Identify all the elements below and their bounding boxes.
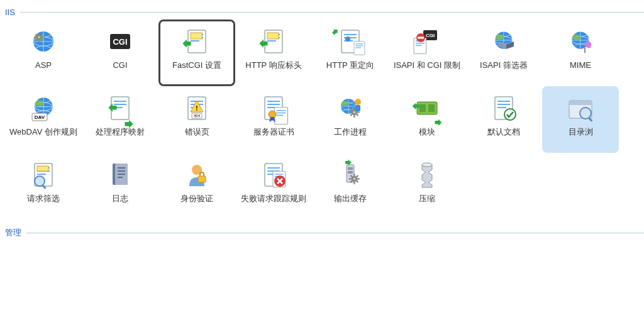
- handler-icon: [105, 93, 135, 123]
- icon-label: 处理程序映射: [96, 127, 145, 148]
- feature-server-cert[interactable]: 服务器证书: [235, 86, 312, 153]
- feature-dir-browse[interactable]: 目录浏: [542, 86, 619, 153]
- icon-label: 默认文档: [487, 127, 520, 148]
- cache-icon: [335, 160, 365, 190]
- webdav-icon: DAV: [28, 93, 58, 123]
- icon-label: 输出缓存: [334, 194, 367, 215]
- icon-label: HTTP 重定向: [326, 60, 374, 82]
- svg-rect-26: [584, 48, 586, 53]
- svg-point-21: [345, 36, 350, 42]
- feature-error-pages[interactable]: !404错误页: [158, 86, 235, 153]
- feature-cgi[interactable]: CGICGI: [82, 19, 158, 86]
- svg-rect-53: [198, 176, 206, 182]
- icon-label: 服务器证书: [253, 127, 294, 148]
- feature-failed-request[interactable]: 失败请求跟踪规则: [235, 153, 312, 219]
- group-title: 管理: [5, 227, 21, 238]
- icon-label: 模块: [419, 127, 435, 148]
- group-header-IIS: IIS: [5, 8, 644, 17]
- dirbrowse-icon: [565, 93, 596, 123]
- svg-rect-34: [355, 105, 360, 111]
- fastcgi-icon: [182, 26, 212, 57]
- defdoc-icon: [489, 93, 519, 123]
- icon-label: 错误页: [185, 127, 209, 148]
- svg-rect-48: [118, 167, 125, 169]
- auth-icon: [182, 160, 212, 190]
- svg-text:CGI: CGI: [426, 33, 435, 38]
- feature-worker-process[interactable]: 工作进程: [312, 86, 389, 153]
- feature-http-response[interactable]: HTTP 响应标头: [235, 19, 312, 86]
- feature-auth[interactable]: 身份验证: [158, 153, 235, 219]
- asp-icon: [28, 26, 58, 57]
- feature-output-cache[interactable]: 输出缓存: [312, 153, 389, 219]
- feature-compression[interactable]: 压缩: [389, 153, 465, 219]
- svg-text:!: !: [196, 105, 197, 112]
- feature-isapi-filters[interactable]: ISAPI 筛选器: [465, 19, 542, 86]
- svg-rect-50: [118, 174, 125, 175]
- icon-label: WebDAV 创作规则: [9, 127, 77, 148]
- svg-rect-20: [267, 33, 279, 39]
- svg-point-44: [35, 176, 45, 186]
- svg-point-33: [355, 99, 361, 105]
- icon-grid: ASPCGICGIFastCGI 设置HTTP 响应标头HTTP 重定向CGII…: [0, 19, 644, 219]
- svg-point-58: [422, 163, 432, 167]
- svg-rect-37: [428, 104, 435, 112]
- feature-modules[interactable]: 模块: [389, 86, 465, 153]
- log-icon: [105, 160, 135, 190]
- svg-rect-25: [418, 37, 424, 39]
- svg-rect-43: [37, 166, 48, 171]
- group-header-管理: 管理: [5, 227, 644, 238]
- icon-label: 身份验证: [180, 194, 213, 215]
- reqfilter-icon: [28, 160, 58, 190]
- svg-point-41: [580, 108, 591, 119]
- svg-text:CGI: CGI: [113, 37, 127, 47]
- redirect-icon: [335, 26, 365, 57]
- icon-label: 压缩: [419, 194, 435, 215]
- icon-label: MIME: [570, 60, 591, 82]
- icon-label: ISAPI 筛选器: [480, 60, 528, 82]
- feature-default-doc[interactable]: 默认文档: [465, 86, 542, 153]
- icon-label: ASP: [35, 60, 52, 82]
- feature-logging[interactable]: 日志: [82, 153, 158, 219]
- cgi-icon: CGI: [105, 26, 135, 57]
- mime-icon: [565, 26, 596, 57]
- svg-rect-51: [118, 177, 123, 178]
- svg-rect-36: [419, 104, 426, 112]
- filters-icon: [489, 26, 519, 57]
- feature-isapi-cgi-restrict[interactable]: CGIISAPI 和 CGI 限制: [389, 19, 465, 86]
- svg-rect-57: [348, 171, 353, 174]
- error-icon: !404: [182, 93, 212, 123]
- cert-icon: [258, 93, 289, 123]
- icon-label: 请求筛选: [27, 194, 60, 215]
- feature-request-filter[interactable]: 请求筛选: [5, 153, 82, 219]
- feature-mime[interactable]: MIME: [542, 19, 619, 86]
- svg-rect-56: [348, 167, 353, 170]
- svg-text:404: 404: [194, 114, 201, 118]
- compress-icon: [412, 160, 442, 190]
- icon-label: ISAPI 和 CGI 限制: [394, 60, 460, 82]
- modules-icon: [412, 93, 442, 123]
- feature-handler-mapping[interactable]: 处理程序映射: [82, 86, 158, 153]
- group-title: IIS: [5, 8, 15, 17]
- svg-rect-40: [569, 101, 592, 105]
- svg-rect-49: [118, 170, 125, 172]
- divider: [26, 233, 644, 233]
- icon-label: CGI: [113, 60, 127, 82]
- icon-label: 目录浏: [569, 127, 593, 148]
- icon-label: 日志: [112, 194, 128, 215]
- isapicgi-icon: CGI: [412, 26, 442, 57]
- svg-rect-19: [191, 33, 202, 39]
- icon-label: 工作进程: [334, 127, 367, 148]
- icon-label: 失败请求跟踪规则: [241, 194, 306, 215]
- feature-http-redirect[interactable]: HTTP 重定向: [312, 19, 389, 86]
- feature-asp[interactable]: ASP: [5, 19, 82, 86]
- httpresp-icon: [258, 26, 289, 57]
- icon-label: FastCGI 设置: [172, 60, 221, 82]
- svg-text:DAV: DAV: [35, 114, 45, 120]
- worker-icon: [335, 93, 365, 123]
- divider: [20, 12, 644, 13]
- feature-webdav[interactable]: DAVWebDAV 创作规则: [5, 86, 82, 153]
- icon-label: HTTP 响应标头: [245, 60, 301, 82]
- failed-icon: [258, 160, 289, 190]
- feature-fastcgi[interactable]: FastCGI 设置: [158, 19, 235, 86]
